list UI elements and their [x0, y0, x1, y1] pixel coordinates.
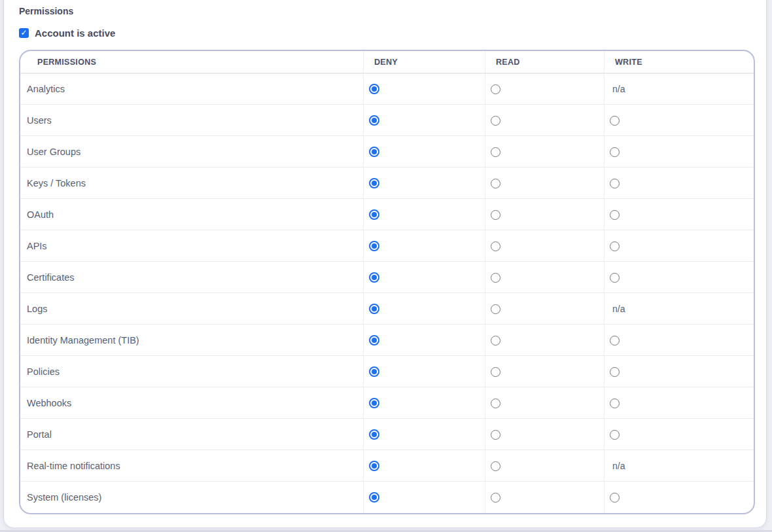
write-radio[interactable]: [610, 367, 620, 377]
read-radio[interactable]: [491, 147, 500, 157]
account-active-label: Account is active: [35, 27, 115, 39]
deny-cell: [364, 199, 485, 230]
read-radio[interactable]: [491, 493, 500, 503]
deny-radio[interactable]: [369, 115, 379, 126]
read-radio[interactable]: [491, 399, 500, 408]
write-radio[interactable]: [610, 116, 620, 126]
account-active-checkbox[interactable]: ✓: [19, 28, 29, 38]
write-na-text: n/a: [610, 84, 625, 94]
deny-radio[interactable]: [369, 84, 379, 94]
column-header-permissions: PERMISSIONS: [20, 51, 364, 73]
deny-cell: [364, 387, 485, 419]
write-cell: [605, 136, 754, 168]
table-row: Policies: [20, 356, 754, 387]
read-radio[interactable]: [491, 430, 500, 440]
permission-name: OAuth: [20, 199, 364, 230]
deny-cell: [364, 73, 485, 105]
read-cell: [485, 262, 605, 293]
deny-cell: [364, 356, 485, 387]
read-radio[interactable]: [491, 336, 500, 346]
deny-cell: [364, 325, 485, 356]
write-radio[interactable]: [610, 241, 620, 251]
deny-radio[interactable]: [369, 461, 379, 471]
permission-name: Certificates: [20, 262, 364, 293]
read-cell: [485, 168, 605, 199]
read-cell: [485, 199, 605, 230]
deny-radio[interactable]: [369, 178, 379, 188]
read-radio[interactable]: [491, 84, 500, 94]
deny-cell: [364, 105, 485, 136]
deny-cell: [364, 482, 485, 513]
deny-cell: [364, 230, 485, 262]
read-cell: [485, 419, 605, 450]
table-body: Analytics n/a Users User Groups Keys / T…: [20, 73, 754, 513]
write-cell: n/a: [605, 73, 754, 105]
write-cell: n/a: [605, 293, 754, 325]
permission-name: Analytics: [20, 73, 364, 105]
read-cell: [485, 105, 605, 136]
column-header-write: WRITE: [605, 51, 754, 73]
table-row: Webhooks: [20, 387, 754, 419]
write-cell: [605, 356, 754, 387]
write-radio[interactable]: [610, 273, 620, 283]
read-radio[interactable]: [491, 179, 500, 188]
read-cell: [485, 450, 605, 482]
permission-name: Policies: [20, 356, 364, 387]
read-radio[interactable]: [491, 210, 500, 220]
write-radio[interactable]: [610, 399, 620, 408]
column-header-deny: DENY: [364, 51, 485, 73]
deny-radio[interactable]: [369, 272, 379, 283]
read-cell: [485, 325, 605, 356]
deny-radio[interactable]: [369, 429, 379, 440]
write-cell: n/a: [605, 450, 754, 482]
table-row: Users: [20, 105, 754, 136]
account-active-checkbox-row[interactable]: ✓ Account is active: [19, 27, 115, 39]
read-radio[interactable]: [491, 367, 500, 377]
table-row: System (licenses): [20, 482, 754, 513]
read-cell: [485, 356, 605, 387]
read-cell: [485, 387, 605, 419]
permission-name: User Groups: [20, 136, 364, 168]
deny-radio[interactable]: [369, 335, 379, 346]
read-radio[interactable]: [491, 116, 500, 126]
write-radio[interactable]: [610, 147, 620, 157]
column-header-read: READ: [485, 51, 605, 73]
deny-radio[interactable]: [369, 241, 379, 251]
permissions-table: PERMISSIONS DENY READ WRITE Analytics n/…: [19, 50, 755, 514]
table-header-row: PERMISSIONS DENY READ WRITE: [20, 51, 754, 73]
table-row: APIs: [20, 230, 754, 262]
write-radio[interactable]: [610, 430, 620, 440]
page-title: Permissions: [19, 6, 766, 16]
permission-name: Keys / Tokens: [20, 168, 364, 199]
content-card: Permissions ✓ Account is active PERMISSI…: [3, 0, 767, 528]
read-radio[interactable]: [491, 241, 500, 251]
table-row: Keys / Tokens: [20, 168, 754, 199]
permission-name: Portal: [20, 419, 364, 450]
deny-radio[interactable]: [369, 492, 379, 503]
permission-name: Users: [20, 105, 364, 136]
deny-cell: [364, 419, 485, 450]
permission-name: System (licenses): [20, 482, 364, 513]
read-radio[interactable]: [491, 304, 500, 314]
write-radio[interactable]: [610, 336, 620, 346]
deny-radio[interactable]: [369, 366, 379, 377]
permission-name: Webhooks: [20, 387, 364, 419]
write-radio[interactable]: [610, 179, 620, 188]
write-cell: [605, 168, 754, 199]
write-radio[interactable]: [610, 493, 620, 503]
read-cell: [485, 136, 605, 168]
deny-radio[interactable]: [369, 398, 379, 408]
read-radio[interactable]: [491, 273, 500, 283]
deny-radio[interactable]: [369, 147, 379, 157]
read-radio[interactable]: [491, 461, 500, 471]
table-row: User Groups: [20, 136, 754, 168]
write-radio[interactable]: [610, 210, 620, 220]
deny-radio[interactable]: [369, 209, 379, 220]
deny-radio[interactable]: [369, 304, 379, 314]
write-na-text: n/a: [610, 304, 625, 314]
deny-cell: [364, 168, 485, 199]
table-row: Certificates: [20, 262, 754, 293]
permission-name: Real-time notifications: [20, 450, 364, 482]
table-row: OAuth: [20, 199, 754, 230]
write-cell: [605, 105, 754, 136]
